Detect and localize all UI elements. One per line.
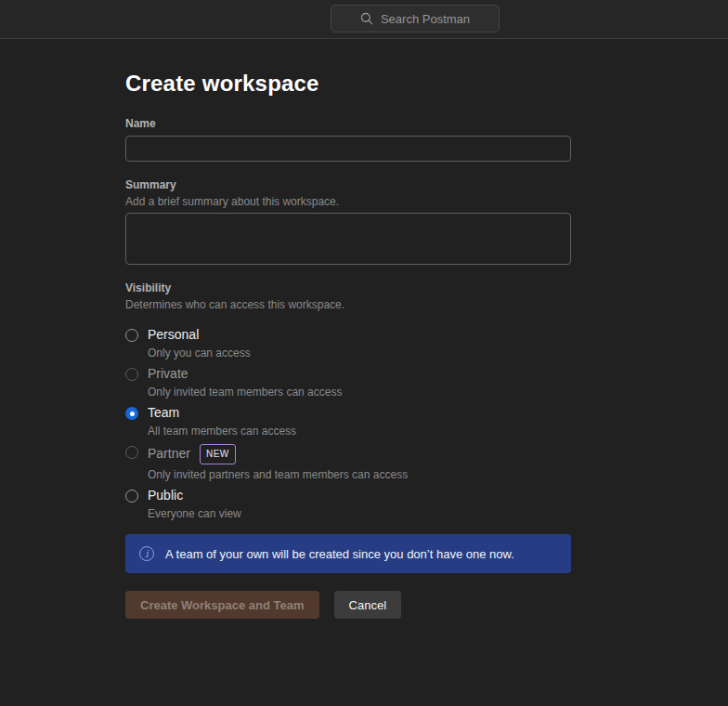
option-description: All team members can access (148, 425, 296, 438)
search-placeholder: Search Postman (381, 12, 470, 26)
visibility-helper: Determines who can access this workspace… (125, 298, 728, 311)
option-label: Public (148, 488, 241, 503)
visibility-option-public[interactable]: Public Everyone can view (125, 488, 728, 520)
info-icon: i (139, 546, 154, 561)
option-label: Team (148, 405, 296, 421)
visibility-option-personal[interactable]: Personal Only you can access (125, 327, 728, 360)
name-label: Name (125, 117, 728, 130)
option-description: Everyone can view (148, 507, 241, 520)
team-info-banner: i A team of your own will be created sin… (125, 534, 571, 573)
option-description: Only invited partners and team members c… (148, 468, 408, 481)
new-badge: NEW (200, 444, 236, 464)
summary-helper: Add a brief summary about this workspace… (125, 195, 728, 208)
option-label: Personal (148, 327, 251, 343)
page-title: Create workspace (125, 71, 728, 97)
search-input[interactable]: Search Postman (331, 5, 500, 33)
visibility-option-partner[interactable]: PartnerNEW Only invited partners and tea… (125, 444, 728, 481)
visibility-option-private[interactable]: Private Only invited team members can ac… (125, 366, 728, 399)
visibility-option-team[interactable]: Team All team members can access (125, 405, 728, 438)
option-description: Only invited team members can access (148, 386, 342, 399)
search-icon (360, 12, 373, 25)
top-bar: Search Postman (0, 0, 728, 39)
radio-personal[interactable] (125, 329, 138, 342)
radio-team[interactable] (125, 407, 138, 420)
radio-partner[interactable] (125, 446, 138, 459)
visibility-label: Visibility (125, 281, 728, 294)
option-description: Only you can access (148, 346, 251, 360)
banner-text: A team of your own will be created since… (165, 547, 514, 561)
create-workspace-page: Create workspace Name Summary Add a brie… (0, 71, 728, 619)
visibility-options: Personal Only you can access Private Onl… (125, 327, 728, 520)
create-workspace-button[interactable]: Create Workspace and Team (125, 591, 319, 619)
radio-private[interactable] (125, 368, 138, 381)
summary-label: Summary (125, 178, 728, 191)
name-input[interactable] (125, 136, 571, 162)
option-label: PartnerNEW (148, 444, 408, 464)
cancel-button[interactable]: Cancel (334, 591, 401, 619)
option-label: Private (148, 366, 342, 382)
radio-public[interactable] (125, 490, 138, 503)
summary-input[interactable] (125, 213, 571, 265)
action-buttons: Create Workspace and Team Cancel (125, 591, 728, 619)
